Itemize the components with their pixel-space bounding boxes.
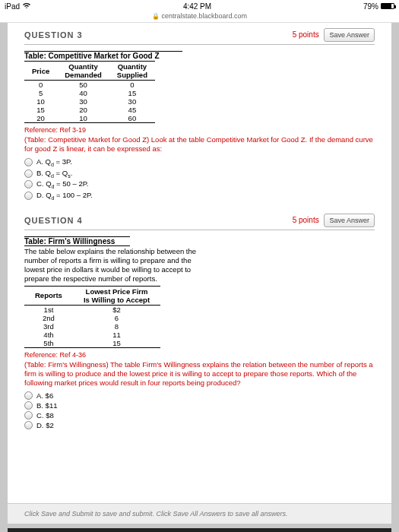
battery-percent: 79% (363, 2, 378, 11)
col-price: Lowest Price FirmIs Willing to Accept (73, 286, 160, 305)
reference-label: Reference: Ref 4-36 (24, 351, 375, 359)
question-header: QUESTION 3 5 points Save Answer (24, 26, 375, 45)
options-list: A. Qd = 3P. B. Qd = Qs. C. Qd = 50 – 2P.… (24, 157, 375, 201)
option-c[interactable]: C. $8 (24, 411, 375, 420)
option-c[interactable]: C. Qd = 50 – 2P. (24, 179, 375, 189)
question-header: QUESTION 4 5 points Save Answer (24, 211, 375, 230)
option-d[interactable]: D. $2 (24, 421, 375, 429)
table-title: Table: Competitive Market for Good Z (24, 51, 182, 60)
radio-icon (24, 391, 33, 400)
table-description: The table below explains the relationshi… (24, 247, 199, 283)
url-text: centralstate.blackboard.com (161, 12, 247, 20)
save-answer-button[interactable]: Save Answer (324, 28, 375, 42)
table-row: 152045 (24, 106, 155, 114)
option-b[interactable]: B. $11 (24, 401, 375, 410)
col-price: Price (24, 62, 57, 81)
willingness-table: Reports Lowest Price FirmIs Willing to A… (24, 286, 160, 348)
table-row: 54015 (24, 89, 155, 97)
question-4: QUESTION 4 5 points Save Answer Table: F… (24, 211, 375, 429)
question-prompt: (Table: Firm's Willingness) The table Fi… (24, 360, 375, 388)
table-row: 103030 (24, 97, 155, 106)
options-list: A. $6 B. $11 C. $8 D. $2 (24, 391, 375, 429)
lock-icon: 🔒 (152, 13, 160, 20)
page-content: QUESTION 3 5 points Save Answer Table: C… (8, 23, 391, 503)
radio-icon (24, 411, 33, 420)
points-label: 5 points (293, 216, 319, 224)
ios-status-bar: iPad 4:42 PM 79% (0, 0, 399, 12)
option-d[interactable]: D. Qd = 100 – 2P. (24, 191, 375, 201)
table-row: 2nd6 (24, 314, 160, 322)
table-row: 4th11 (24, 331, 160, 339)
radio-icon (24, 192, 33, 200)
option-a[interactable]: A. $6 (24, 391, 375, 400)
battery-icon (381, 3, 394, 9)
radio-icon (24, 401, 33, 410)
option-a[interactable]: A. Qd = 3P. (24, 157, 375, 167)
market-table: Price QuantityDemanded QuantitySupplied … (24, 61, 155, 123)
table-title: Table: Firm's Willingness (24, 236, 130, 246)
save-answer-button[interactable]: Save Answer (324, 214, 375, 227)
table-row: 5th15 (24, 339, 160, 348)
col-qs: QuantitySupplied (109, 62, 155, 81)
question-prompt: (Table: Competitive Market for Good Z) L… (24, 135, 375, 154)
radio-icon (24, 180, 33, 188)
col-reports: Reports (24, 286, 73, 305)
option-b[interactable]: B. Qd = Qs. (24, 169, 375, 179)
table-row: 0500 (24, 81, 155, 90)
radio-icon (24, 169, 33, 178)
bottom-button-bar: Save All Answers Close Window Save and S… (8, 528, 391, 532)
radio-icon (24, 158, 33, 166)
question-title: QUESTION 3 (24, 30, 83, 40)
question-3: QUESTION 3 5 points Save Answer Table: C… (24, 26, 375, 201)
points-label: 5 points (293, 30, 319, 39)
device-label: iPad (5, 2, 20, 11)
footer-instruction: Click Save and Submit to save and submit… (8, 503, 391, 524)
reference-label: Reference: Ref 3-19 (24, 126, 375, 134)
clock: 4:42 PM (183, 2, 211, 11)
table-row: 1st$2 (24, 305, 160, 314)
table-row: 201060 (24, 114, 155, 123)
question-title: QUESTION 4 (24, 216, 83, 225)
radio-icon (24, 421, 33, 429)
wifi-icon (22, 2, 31, 11)
table-row: 3rd8 (24, 322, 160, 331)
col-qd: QuantityDemanded (57, 62, 109, 81)
browser-url-bar[interactable]: 🔒 centralstate.blackboard.com (0, 12, 399, 23)
